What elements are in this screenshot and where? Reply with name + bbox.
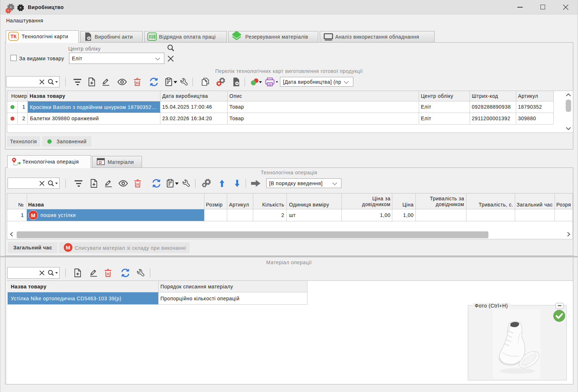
svg-text:M: M — [31, 212, 36, 218]
svg-text:M: M — [66, 244, 70, 251]
